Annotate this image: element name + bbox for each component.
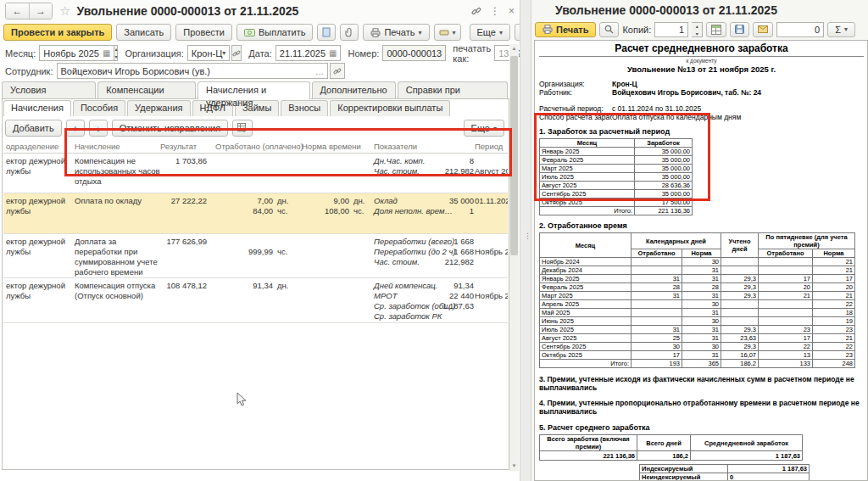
number-field[interactable]: 0000-000013 [382, 45, 446, 61]
preview-icon[interactable] [599, 22, 619, 37]
month-cell: Июль 2025 [540, 173, 635, 182]
tab-Компенсации отпуска[interactable]: Компенсации отпуска [97, 81, 196, 98]
value-cell: 30 [682, 258, 721, 266]
save-button[interactable]: Записать [116, 24, 171, 41]
value-cell: 22 [759, 343, 813, 351]
document-form-panel: ← → ☆ Увольнение 0000-000013 от 21.11.20… [0, 0, 520, 481]
value-cell: 22 [813, 300, 855, 309]
subtab-Удержания[interactable]: Удержания [127, 100, 190, 116]
undo-corrections-button[interactable]: Отменить исправления [112, 120, 228, 137]
value-cell: 35 000,00 [635, 165, 693, 173]
value-cell: 29,3 [721, 292, 759, 300]
print-button[interactable]: Печать [535, 22, 596, 37]
attachment-icon[interactable] [340, 24, 359, 41]
pay-button[interactable]: Выплатить [236, 24, 313, 41]
print-settings-icon[interactable]: ▾ [434, 24, 461, 41]
column-subheader: Отработано [632, 249, 682, 258]
table-row: Декабрь 20243121 [540, 266, 855, 275]
mail-icon[interactable] [753, 22, 773, 37]
subtab-Начисления[interactable]: Начисления [3, 100, 71, 116]
value-cell: 23 [813, 351, 855, 360]
choose-icon[interactable]: ... [315, 66, 323, 76]
post-button[interactable]: Провести [175, 24, 232, 41]
save-icon[interactable] [730, 22, 749, 37]
value-cell: 25 [632, 334, 682, 343]
recalc-table-icon[interactable] [232, 120, 253, 137]
month-cell: Октябрь 2025 [540, 199, 635, 207]
table-settings-icon[interactable] [706, 22, 726, 37]
counter-field[interactable]: 0 [776, 22, 824, 37]
total-value: 221 136,36 [635, 207, 693, 215]
total-value: 248 [813, 360, 855, 368]
month-cell: Май 2025 [540, 309, 632, 317]
table-row[interactable]: ектор дежурнойлужбыДоплата запереработки… [3, 234, 508, 278]
tab-Условия увольнения[interactable]: Условия увольнения [2, 81, 96, 98]
value-cell: 28 636,36 [635, 182, 693, 190]
employee-link-icon[interactable] [330, 63, 345, 79]
column-header: Всего заработка (включая премии) [540, 435, 637, 451]
subtab-Пособия[interactable]: Пособия [73, 100, 125, 116]
scrollbar-thumb[interactable] [510, 56, 518, 255]
cell-period: Ноябрь 2025 [475, 247, 508, 257]
column-header: Календарных дней [632, 233, 721, 249]
cell-accrual: рабочего времени [75, 267, 142, 277]
value-cell: 31 [632, 292, 682, 300]
cell-worked-unit: дн. [277, 281, 288, 291]
value-cell: 30 [682, 317, 721, 326]
copies-field[interactable]: 1 [654, 22, 688, 37]
month-cell: Апрель 2025 [540, 300, 632, 309]
more-menu-icon[interactable]: ⋮ [490, 5, 500, 17]
month-spinner[interactable]: ▴▾ [114, 45, 118, 61]
grid-more-button[interactable]: Еще▾ [464, 120, 504, 137]
copies-spinner[interactable]: ▴▾ [692, 22, 703, 37]
back-icon[interactable]: ← [6, 3, 29, 19]
table-row[interactable]: ектор дежурнойлужбыКомпенсация неиспольз… [3, 154, 508, 193]
tab-Справки при увольнении[interactable]: Справки при увольнении [398, 81, 508, 98]
post-and-close-button[interactable]: Провести и закрыть [3, 24, 112, 41]
move-up-icon[interactable]: ↑ [66, 120, 85, 137]
date-field[interactable]: 21.11.2025▦ [275, 45, 342, 61]
favorite-star-icon[interactable]: ☆ [59, 3, 70, 19]
org-link-icon[interactable] [231, 45, 242, 61]
cell-accrual: использованных часов [75, 166, 160, 176]
sum-button[interactable]: Σ▾ [827, 22, 855, 37]
vertical-scrollbar[interactable]: ▲ ▼ [509, 44, 519, 471]
tab-Дополнительно[interactable]: Дополнительно [312, 81, 396, 98]
employee-field[interactable]: Войцехович Игорь Борисович (ув.)... [57, 63, 328, 79]
more-button[interactable]: Еще▾ [470, 24, 510, 41]
cell-worked: 84,00 [197, 206, 273, 216]
value-cell [721, 309, 759, 317]
form-title-bar: ← → ☆ Увольнение 0000-000013 от 21.11.20… [0, 0, 520, 22]
tab-Начисления и удержания[interactable]: Начисления и удержания [198, 81, 310, 99]
total-value: 186,2 [721, 360, 759, 368]
close-icon[interactable]: × [509, 5, 515, 17]
month-cell: Январь 2025 [540, 148, 635, 156]
cell-worked: 999,99 [197, 247, 273, 257]
value-cell [632, 300, 682, 309]
get-link-icon[interactable] [471, 6, 481, 16]
date-label: Дата: [248, 48, 271, 59]
calendar-icon: ▦ [103, 48, 110, 58]
table-row[interactable]: ектор дежурнойлужбыКомпенсация отпуска(О… [3, 278, 508, 323]
forward-icon[interactable]: → [29, 3, 52, 19]
table-row: Июль 2025313129,32323 [540, 326, 855, 334]
info-label: Работник: [539, 88, 612, 97]
copy-icon[interactable] [317, 24, 336, 41]
cell-indicator-value: 212,982 [398, 257, 474, 267]
table-row: Октябрь 202517 500,00 [540, 199, 693, 207]
value-cell: 23 [813, 326, 855, 334]
month-field[interactable]: Ноябрь 2025▦ [39, 45, 114, 61]
subtab-Корректировки выплаты[interactable]: Корректировки выплаты [330, 100, 450, 116]
table-row[interactable]: ектор дежурнойлужбыОплата по окладу27 22… [3, 193, 508, 234]
subtab-Взносы[interactable]: Взносы [281, 100, 328, 116]
cell-indicator-value: 1 668 [398, 237, 474, 247]
add-row-button[interactable]: Добавить [5, 120, 62, 137]
print-button[interactable]: Печать▾ [363, 24, 429, 41]
panel-splitter[interactable]: ⋮ [520, 0, 531, 481]
org-field[interactable]: Крон-Ц▾ [187, 45, 231, 61]
month-cell: Август 2025 [540, 334, 632, 343]
value-cell: 21 [759, 292, 813, 300]
accruals-grid[interactable]: одразделениеНачислениеРезультатОтработан… [3, 141, 508, 468]
table-row: Май 20253118 [540, 309, 855, 317]
move-down-icon[interactable]: ↓ [89, 120, 108, 137]
